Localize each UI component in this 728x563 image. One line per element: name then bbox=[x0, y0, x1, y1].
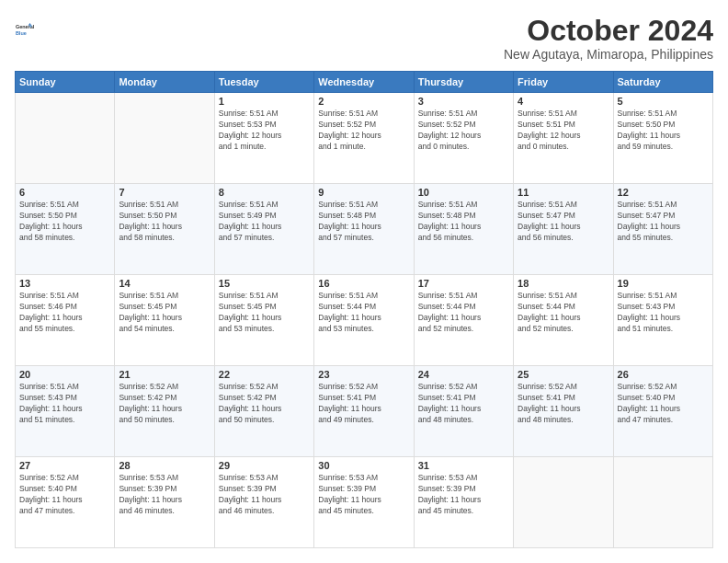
col-thursday: Thursday bbox=[414, 72, 513, 93]
calendar-subtitle: New Agutaya, Mimaropa, Philippines bbox=[504, 47, 713, 62]
calendar-cell: 18Sunrise: 5:51 AM Sunset: 5:44 PM Dayli… bbox=[514, 275, 613, 366]
day-info: Sunrise: 5:51 AM Sunset: 5:46 PM Dayligh… bbox=[19, 291, 110, 335]
calendar-cell: 12Sunrise: 5:51 AM Sunset: 5:47 PM Dayli… bbox=[613, 184, 712, 275]
calendar-table: Sunday Monday Tuesday Wednesday Thursday… bbox=[15, 71, 713, 548]
day-info: Sunrise: 5:52 AM Sunset: 5:41 PM Dayligh… bbox=[518, 382, 609, 426]
day-number: 18 bbox=[518, 278, 609, 289]
calendar-week-4: 20Sunrise: 5:51 AM Sunset: 5:43 PM Dayli… bbox=[16, 366, 713, 457]
day-number: 6 bbox=[19, 187, 110, 198]
day-info: Sunrise: 5:51 AM Sunset: 5:44 PM Dayligh… bbox=[418, 291, 509, 335]
day-info: Sunrise: 5:53 AM Sunset: 5:39 PM Dayligh… bbox=[318, 473, 409, 517]
day-info: Sunrise: 5:51 AM Sunset: 5:51 PM Dayligh… bbox=[518, 109, 609, 153]
day-number: 27 bbox=[19, 460, 110, 471]
day-info: Sunrise: 5:51 AM Sunset: 5:50 PM Dayligh… bbox=[19, 200, 110, 244]
day-number: 30 bbox=[318, 460, 409, 471]
day-info: Sunrise: 5:51 AM Sunset: 5:52 PM Dayligh… bbox=[318, 109, 409, 153]
calendar-cell: 7Sunrise: 5:51 AM Sunset: 5:50 PM Daylig… bbox=[115, 184, 214, 275]
day-info: Sunrise: 5:51 AM Sunset: 5:45 PM Dayligh… bbox=[219, 291, 310, 335]
day-number: 16 bbox=[318, 278, 409, 289]
day-number: 4 bbox=[518, 96, 609, 107]
col-tuesday: Tuesday bbox=[214, 72, 313, 93]
col-sunday: Sunday bbox=[16, 72, 115, 93]
calendar-title: October 2024 bbox=[504, 15, 713, 47]
day-number: 10 bbox=[418, 187, 509, 198]
calendar-cell bbox=[115, 93, 214, 184]
day-info: Sunrise: 5:51 AM Sunset: 5:52 PM Dayligh… bbox=[418, 109, 509, 153]
calendar-cell: 10Sunrise: 5:51 AM Sunset: 5:48 PM Dayli… bbox=[414, 184, 513, 275]
day-number: 11 bbox=[518, 187, 609, 198]
calendar-cell: 26Sunrise: 5:52 AM Sunset: 5:40 PM Dayli… bbox=[613, 366, 712, 457]
day-info: Sunrise: 5:53 AM Sunset: 5:39 PM Dayligh… bbox=[418, 473, 509, 517]
calendar-cell: 28Sunrise: 5:53 AM Sunset: 5:39 PM Dayli… bbox=[115, 457, 214, 548]
day-info: Sunrise: 5:51 AM Sunset: 5:48 PM Dayligh… bbox=[418, 200, 509, 244]
day-number: 31 bbox=[418, 460, 509, 471]
calendar-cell bbox=[16, 93, 115, 184]
calendar-cell: 19Sunrise: 5:51 AM Sunset: 5:43 PM Dayli… bbox=[613, 275, 712, 366]
day-number: 3 bbox=[418, 96, 509, 107]
calendar-week-3: 13Sunrise: 5:51 AM Sunset: 5:46 PM Dayli… bbox=[16, 275, 713, 366]
day-info: Sunrise: 5:51 AM Sunset: 5:44 PM Dayligh… bbox=[318, 291, 409, 335]
day-info: Sunrise: 5:51 AM Sunset: 5:43 PM Dayligh… bbox=[19, 382, 110, 426]
day-number: 21 bbox=[119, 369, 210, 380]
calendar-week-5: 27Sunrise: 5:52 AM Sunset: 5:40 PM Dayli… bbox=[16, 457, 713, 548]
calendar-cell: 5Sunrise: 5:51 AM Sunset: 5:50 PM Daylig… bbox=[613, 93, 712, 184]
calendar-week-1: 1Sunrise: 5:51 AM Sunset: 5:53 PM Daylig… bbox=[16, 93, 713, 184]
calendar-cell: 20Sunrise: 5:51 AM Sunset: 5:43 PM Dayli… bbox=[16, 366, 115, 457]
calendar-cell: 16Sunrise: 5:51 AM Sunset: 5:44 PM Dayli… bbox=[314, 275, 414, 366]
col-monday: Monday bbox=[115, 72, 214, 93]
svg-text:Blue: Blue bbox=[16, 30, 27, 36]
header: General Blue October 2024 New Agutaya, M… bbox=[15, 15, 713, 62]
day-number: 14 bbox=[119, 278, 210, 289]
day-info: Sunrise: 5:52 AM Sunset: 5:42 PM Dayligh… bbox=[219, 382, 310, 426]
day-info: Sunrise: 5:51 AM Sunset: 5:45 PM Dayligh… bbox=[119, 291, 210, 335]
day-number: 8 bbox=[219, 187, 310, 198]
day-number: 26 bbox=[618, 369, 709, 380]
calendar-cell: 23Sunrise: 5:52 AM Sunset: 5:41 PM Dayli… bbox=[314, 366, 414, 457]
day-number: 2 bbox=[318, 96, 409, 107]
day-info: Sunrise: 5:51 AM Sunset: 5:50 PM Dayligh… bbox=[119, 200, 210, 244]
day-number: 19 bbox=[618, 278, 709, 289]
calendar-cell: 1Sunrise: 5:51 AM Sunset: 5:53 PM Daylig… bbox=[214, 93, 313, 184]
svg-text:General: General bbox=[16, 24, 35, 29]
day-number: 22 bbox=[219, 369, 310, 380]
day-number: 20 bbox=[19, 369, 110, 380]
calendar-cell: 22Sunrise: 5:52 AM Sunset: 5:42 PM Dayli… bbox=[214, 366, 313, 457]
calendar-cell: 14Sunrise: 5:51 AM Sunset: 5:45 PM Dayli… bbox=[115, 275, 214, 366]
calendar-cell: 4Sunrise: 5:51 AM Sunset: 5:51 PM Daylig… bbox=[514, 93, 613, 184]
page: General Blue October 2024 New Agutaya, M… bbox=[0, 0, 728, 563]
day-number: 7 bbox=[119, 187, 210, 198]
calendar-cell: 24Sunrise: 5:52 AM Sunset: 5:41 PM Dayli… bbox=[414, 366, 513, 457]
calendar-cell: 6Sunrise: 5:51 AM Sunset: 5:50 PM Daylig… bbox=[16, 184, 115, 275]
day-number: 12 bbox=[618, 187, 709, 198]
calendar-header-row: Sunday Monday Tuesday Wednesday Thursday… bbox=[16, 72, 713, 93]
calendar-cell: 2Sunrise: 5:51 AM Sunset: 5:52 PM Daylig… bbox=[314, 93, 414, 184]
day-info: Sunrise: 5:51 AM Sunset: 5:49 PM Dayligh… bbox=[219, 200, 310, 244]
day-number: 15 bbox=[219, 278, 310, 289]
day-number: 17 bbox=[418, 278, 509, 289]
col-wednesday: Wednesday bbox=[314, 72, 414, 93]
calendar-cell: 31Sunrise: 5:53 AM Sunset: 5:39 PM Dayli… bbox=[414, 457, 513, 548]
day-info: Sunrise: 5:51 AM Sunset: 5:53 PM Dayligh… bbox=[219, 109, 310, 153]
title-area: October 2024 New Agutaya, Mimaropa, Phil… bbox=[504, 15, 713, 62]
day-info: Sunrise: 5:51 AM Sunset: 5:47 PM Dayligh… bbox=[518, 200, 609, 244]
day-info: Sunrise: 5:51 AM Sunset: 5:48 PM Dayligh… bbox=[318, 200, 409, 244]
calendar-cell: 3Sunrise: 5:51 AM Sunset: 5:52 PM Daylig… bbox=[414, 93, 513, 184]
calendar-cell: 11Sunrise: 5:51 AM Sunset: 5:47 PM Dayli… bbox=[514, 184, 613, 275]
day-info: Sunrise: 5:52 AM Sunset: 5:41 PM Dayligh… bbox=[418, 382, 509, 426]
day-number: 13 bbox=[19, 278, 110, 289]
calendar-cell: 17Sunrise: 5:51 AM Sunset: 5:44 PM Dayli… bbox=[414, 275, 513, 366]
calendar-cell bbox=[514, 457, 613, 548]
calendar-week-2: 6Sunrise: 5:51 AM Sunset: 5:50 PM Daylig… bbox=[16, 184, 713, 275]
day-info: Sunrise: 5:53 AM Sunset: 5:39 PM Dayligh… bbox=[219, 473, 310, 517]
calendar-cell: 8Sunrise: 5:51 AM Sunset: 5:49 PM Daylig… bbox=[214, 184, 313, 275]
logo-icon: General Blue bbox=[15, 15, 44, 44]
col-friday: Friday bbox=[514, 72, 613, 93]
day-number: 29 bbox=[219, 460, 310, 471]
day-number: 23 bbox=[318, 369, 409, 380]
day-info: Sunrise: 5:53 AM Sunset: 5:39 PM Dayligh… bbox=[119, 473, 210, 517]
calendar-cell bbox=[613, 457, 712, 548]
day-info: Sunrise: 5:51 AM Sunset: 5:50 PM Dayligh… bbox=[618, 109, 709, 153]
day-info: Sunrise: 5:52 AM Sunset: 5:40 PM Dayligh… bbox=[618, 382, 709, 426]
calendar-cell: 30Sunrise: 5:53 AM Sunset: 5:39 PM Dayli… bbox=[314, 457, 414, 548]
day-number: 28 bbox=[119, 460, 210, 471]
